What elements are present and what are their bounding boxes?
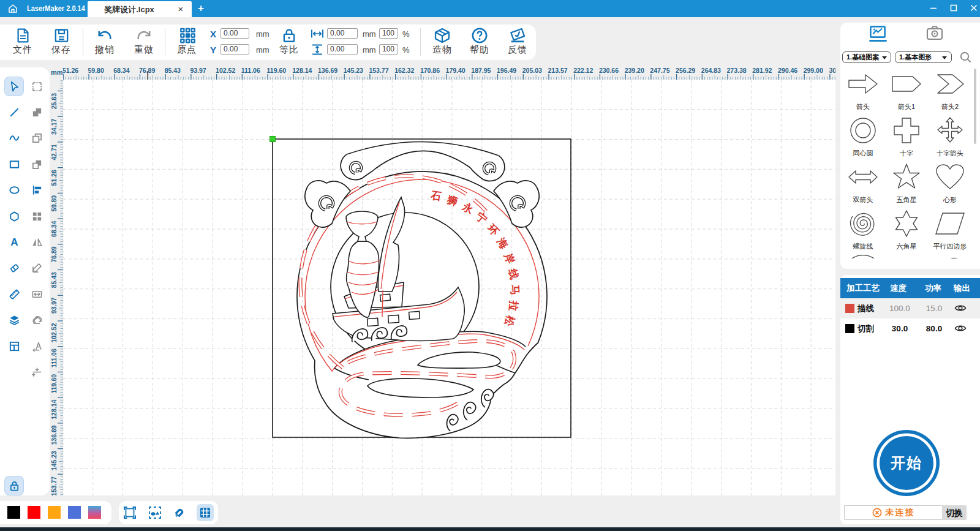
tool-layers[interactable] <box>5 311 23 330</box>
color-swatch-gradient[interactable] <box>88 506 101 519</box>
feedback-button[interactable]: 反馈 <box>500 27 535 59</box>
grid-toggle[interactable] <box>197 504 214 521</box>
shapes-scrollbar[interactable] <box>974 69 976 144</box>
undo-button[interactable]: 撤销 <box>88 27 122 59</box>
select-all-tool[interactable] <box>146 504 164 521</box>
height-input[interactable]: 0.00 <box>327 44 358 55</box>
tool-line[interactable] <box>5 103 23 121</box>
layer-speed[interactable]: 30.0 <box>884 318 915 339</box>
document-tab[interactable]: 奖牌设计.lcpx × <box>88 1 192 17</box>
tool-offset[interactable] <box>28 311 46 330</box>
frame-tool[interactable] <box>121 504 138 521</box>
switch-device-button[interactable]: 切换 <box>942 505 967 520</box>
color-swatch-orange[interactable] <box>48 506 61 519</box>
design-canvas[interactable]: 石狮永宁环海岸线马拉松 <box>63 80 835 495</box>
tool-align[interactable] <box>28 181 46 200</box>
layer-speed[interactable]: 100.0 <box>884 298 915 318</box>
tool-lock-canvas[interactable] <box>5 476 23 495</box>
layer-power[interactable]: 15.0 <box>919 298 949 318</box>
shape-item[interactable]: 螺旋线 <box>842 208 884 251</box>
shape-item[interactable]: 双箭头 <box>842 162 884 205</box>
tool-distribute[interactable] <box>28 207 46 225</box>
width-pct-input[interactable]: 100 <box>379 28 398 39</box>
shape-item[interactable]: 十字 <box>885 115 928 158</box>
layer-color-swatch[interactable] <box>845 304 854 313</box>
connection-status[interactable]: 未连接 <box>844 505 942 520</box>
origin-button[interactable]: 原点 <box>170 27 204 59</box>
layer-color-swatch[interactable] <box>845 324 854 333</box>
lock-ratio-button[interactable]: 等比 <box>272 27 306 59</box>
tool-marquee-select[interactable] <box>28 77 46 96</box>
tool-skew[interactable] <box>28 337 46 355</box>
shape-item[interactable]: 箭头2 <box>929 69 971 111</box>
start-button[interactable]: 开始 <box>880 436 933 490</box>
eye-icon[interactable] <box>954 303 967 313</box>
handle-blob-left <box>341 154 375 180</box>
x-input[interactable]: 0.00 <box>221 28 249 39</box>
process-row-描线[interactable]: 描线 100.0 15.0 <box>840 298 980 318</box>
tool-curve[interactable] <box>5 129 23 148</box>
color-swatch-black[interactable] <box>7 506 20 519</box>
home-icon[interactable] <box>7 3 18 14</box>
shape-item[interactable]: 心形 <box>929 162 971 205</box>
file-button[interactable]: 文件 <box>6 27 40 59</box>
tool-ruler[interactable] <box>5 285 23 303</box>
tool-mirror[interactable] <box>28 233 46 251</box>
feedback-button-label: 反馈 <box>500 44 535 56</box>
subcategory-dropdown[interactable]: 1.基本图形 <box>895 51 952 63</box>
create-button[interactable]: 造物 <box>425 27 459 59</box>
window-minimize-button[interactable] <box>924 0 943 17</box>
category-dropdown[interactable]: 1.基础图案 <box>842 51 891 63</box>
layer-name: 描线 <box>858 298 874 318</box>
help-button-label: 帮助 <box>462 44 497 56</box>
fit-icon <box>31 288 43 300</box>
shape-箭头-icon <box>847 72 879 96</box>
shape-item[interactable]: 平行四边形 <box>929 208 971 251</box>
tool-collapse[interactable] <box>28 363 46 381</box>
shape-item-partial[interactable] <box>842 255 884 258</box>
tab-shape-gallery[interactable] <box>869 25 888 39</box>
magnet-tool[interactable] <box>172 504 189 521</box>
window-maximize-button[interactable] <box>944 0 963 17</box>
new-tab-button[interactable]: + <box>194 0 208 17</box>
tab-camera[interactable] <box>925 25 944 40</box>
shape-item[interactable]: 五角星 <box>885 162 928 205</box>
tool-measure[interactable] <box>28 259 46 277</box>
ruler-icon <box>9 288 20 300</box>
tool-union[interactable] <box>28 103 46 121</box>
tab-close-icon[interactable]: × <box>173 1 188 17</box>
tool-text[interactable]: A <box>5 233 23 251</box>
shape-item[interactable]: 同心圆 <box>842 115 884 158</box>
tool-table[interactable] <box>5 337 23 355</box>
svg-text:海: 海 <box>494 236 510 251</box>
tool-polygon[interactable] <box>5 207 23 225</box>
layer-power[interactable]: 80.0 <box>919 318 949 339</box>
window-close-button[interactable] <box>965 0 980 17</box>
tool-eraser[interactable] <box>5 259 23 277</box>
tool-rectangle[interactable] <box>5 155 23 173</box>
shape-item[interactable]: 六角星 <box>885 208 928 251</box>
save-button[interactable]: 保存 <box>44 27 78 59</box>
height-pct-input[interactable]: 100 <box>379 44 398 55</box>
shape-item[interactable]: 十字箭头 <box>929 115 971 158</box>
color-swatch-blue[interactable] <box>68 506 81 519</box>
tool-ellipse[interactable] <box>5 181 23 200</box>
tool-fit[interactable] <box>28 285 46 303</box>
color-swatch-red[interactable] <box>28 506 40 519</box>
frame-tool-icon <box>123 506 137 519</box>
medal-design[interactable]: 石狮永宁环海岸线马拉松 <box>270 137 571 439</box>
help-button[interactable]: 帮助 <box>462 27 497 59</box>
shape-item-partial[interactable] <box>929 255 971 258</box>
eye-icon[interactable] <box>954 323 967 333</box>
shape-label: 五角星 <box>885 195 928 205</box>
tool-subtract[interactable] <box>28 155 46 173</box>
tool-copy-shape[interactable] <box>28 129 46 148</box>
shape-item[interactable]: 箭头 <box>842 69 884 111</box>
shape-item[interactable]: 箭头1 <box>885 69 928 111</box>
redo-button[interactable]: 重做 <box>127 27 161 59</box>
tool-select[interactable] <box>5 77 23 96</box>
search-icon[interactable] <box>959 51 972 64</box>
y-input[interactable]: 0.00 <box>221 44 249 55</box>
process-row-切割[interactable]: 切割 30.0 80.0 <box>840 318 980 339</box>
width-input[interactable]: 0.00 <box>327 28 358 39</box>
